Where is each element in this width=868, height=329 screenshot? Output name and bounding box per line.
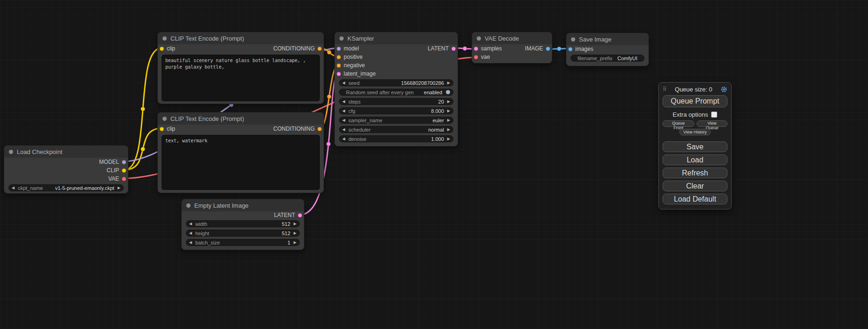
- widget-ckpt-name[interactable]: ◀ ckpt_name v1-5-pruned-emaonly.ckpt ▶: [8, 184, 124, 191]
- model-slot-dot[interactable]: [337, 47, 341, 51]
- increment-arrow-icon[interactable]: ▶: [447, 109, 450, 113]
- clip-slot-dot[interactable]: [160, 127, 164, 131]
- latent-slot-dot[interactable]: [337, 72, 341, 76]
- node-empty-latent-image[interactable]: Empty Latent Image LATENT ◀ width 512 ▶ …: [181, 199, 304, 250]
- decrement-arrow-icon[interactable]: ◀: [342, 81, 345, 85]
- toggle-knob-icon[interactable]: [446, 90, 450, 94]
- settings-gear-icon[interactable]: [720, 86, 727, 93]
- increment-arrow-icon[interactable]: ▶: [447, 128, 450, 132]
- vae-slot-dot[interactable]: [474, 55, 478, 59]
- widget-batch-size[interactable]: ◀ batch_size 1 ▶: [186, 239, 300, 246]
- clear-button[interactable]: Clear: [663, 181, 727, 191]
- prompt-textarea[interactable]: text, watermark: [162, 135, 320, 190]
- node-title-bar[interactable]: Empty Latent Image: [182, 199, 304, 211]
- node-title-bar[interactable]: Save Image: [566, 33, 649, 45]
- input-slot-clip[interactable]: clip: [158, 126, 175, 132]
- drag-handle-icon[interactable]: ⠿: [663, 86, 667, 92]
- node-ksampler[interactable]: KSampler model LATENT positive negative …: [334, 32, 458, 147]
- collapse-dot-icon[interactable]: [162, 117, 167, 121]
- increment-arrow-icon[interactable]: ▶: [294, 231, 296, 235]
- widget-denoise[interactable]: ◀ denoise 1.000 ▶: [339, 135, 453, 142]
- node-title-bar[interactable]: VAE Decode: [472, 32, 552, 44]
- decrement-arrow-icon[interactable]: ◀: [12, 186, 14, 190]
- widget-height[interactable]: ◀ height 512 ▶: [186, 230, 300, 237]
- decrement-arrow-icon[interactable]: ◀: [189, 241, 192, 245]
- latent-slot-dot[interactable]: [452, 47, 456, 51]
- increment-arrow-icon[interactable]: ▶: [294, 222, 296, 226]
- latent-slot-dot[interactable]: [474, 47, 478, 51]
- increment-arrow-icon[interactable]: ▶: [118, 186, 120, 190]
- clip-slot-dot[interactable]: [160, 47, 164, 51]
- widget-steps[interactable]: ◀ steps 20 ▶: [339, 98, 453, 105]
- load-button[interactable]: Load: [663, 154, 727, 165]
- image-slot-dot[interactable]: [546, 47, 550, 51]
- widget-random-seed-toggle[interactable]: Random seed after every gen enabled: [339, 89, 453, 96]
- increment-arrow-icon[interactable]: ▶: [447, 81, 450, 85]
- node-clip-text-encode-negative[interactable]: CLIP Text Encode (Prompt) clip CONDITION…: [157, 112, 324, 193]
- node-title-bar[interactable]: CLIP Text Encode (Prompt): [158, 112, 324, 125]
- save-button[interactable]: Save: [663, 141, 727, 152]
- output-slot-clip[interactable]: CLIP: [106, 167, 128, 174]
- input-slot-negative[interactable]: negative: [335, 62, 365, 69]
- conditioning-slot-dot[interactable]: [318, 127, 322, 131]
- node-title-bar[interactable]: Load Checkpoint: [4, 146, 128, 158]
- input-slot-latent-image[interactable]: latent_image: [335, 70, 376, 77]
- decrement-arrow-icon[interactable]: ◀: [342, 119, 345, 122]
- input-slot-model[interactable]: model: [335, 45, 359, 52]
- node-title-bar[interactable]: CLIP Text Encode (Prompt): [158, 32, 324, 44]
- conditioning-slot-dot[interactable]: [337, 63, 341, 68]
- node-save-image[interactable]: Save Image images filename_prefix ComfyU…: [566, 33, 649, 66]
- increment-arrow-icon[interactable]: ▶: [294, 241, 296, 245]
- decrement-arrow-icon[interactable]: ◀: [189, 231, 192, 235]
- input-slot-positive[interactable]: positive: [335, 54, 363, 60]
- widget-seed[interactable]: ◀ seed 156680208700286 ▶: [339, 79, 453, 86]
- clip-slot-dot[interactable]: [122, 168, 126, 173]
- decrement-arrow-icon[interactable]: ◀: [189, 222, 192, 226]
- conditioning-slot-dot[interactable]: [318, 47, 322, 51]
- increment-arrow-icon[interactable]: ▶: [447, 119, 450, 122]
- node-title-bar[interactable]: KSampler: [335, 32, 458, 44]
- conditioning-slot-dot[interactable]: [337, 55, 341, 59]
- collapse-dot-icon[interactable]: [162, 36, 167, 41]
- output-slot-conditioning[interactable]: CONDITIONING: [273, 126, 324, 132]
- widget-width[interactable]: ◀ width 512 ▶: [186, 220, 300, 227]
- collapse-dot-icon[interactable]: [571, 37, 575, 42]
- prompt-textarea[interactable]: beautiful scenery nature glass bottle la…: [162, 55, 320, 101]
- decrement-arrow-icon[interactable]: ◀: [342, 137, 345, 141]
- view-queue-button[interactable]: View Queue: [697, 120, 727, 127]
- latent-slot-dot[interactable]: [298, 213, 302, 217]
- node-vae-decode[interactable]: VAE Decode samples IMAGE vae: [472, 32, 552, 63]
- input-slot-samples[interactable]: samples: [472, 45, 502, 52]
- output-slot-image[interactable]: IMAGE: [525, 45, 552, 52]
- widget-filename-prefix[interactable]: filename_prefix ComfyUI: [571, 55, 644, 62]
- view-history-button[interactable]: View History: [679, 129, 711, 135]
- decrement-arrow-icon[interactable]: ◀: [342, 128, 345, 132]
- increment-arrow-icon[interactable]: ▶: [447, 100, 450, 104]
- collapse-dot-icon[interactable]: [9, 150, 13, 154]
- output-slot-latent[interactable]: LATENT: [274, 212, 304, 218]
- queue-prompt-button[interactable]: Queue Prompt: [663, 95, 727, 107]
- output-slot-conditioning[interactable]: CONDITIONING: [273, 45, 324, 52]
- decrement-arrow-icon[interactable]: ◀: [342, 109, 345, 113]
- load-default-button[interactable]: Load Default: [663, 194, 727, 204]
- node-clip-text-encode-positive[interactable]: CLIP Text Encode (Prompt) clip CONDITION…: [157, 32, 324, 104]
- vae-slot-dot[interactable]: [122, 177, 126, 181]
- collapse-dot-icon[interactable]: [339, 36, 344, 41]
- collapse-dot-icon[interactable]: [477, 36, 481, 41]
- refresh-button[interactable]: Refresh: [663, 168, 727, 178]
- output-slot-latent[interactable]: LATENT: [428, 45, 458, 52]
- input-slot-clip[interactable]: clip: [158, 45, 175, 52]
- output-slot-vae[interactable]: VAE: [108, 175, 128, 182]
- extra-options-checkbox[interactable]: [711, 112, 717, 118]
- widget-sampler-name[interactable]: ◀ sampler_name euler ▶: [339, 117, 453, 124]
- widget-cfg[interactable]: ◀ cfg 8.000 ▶: [339, 107, 453, 114]
- output-slot-model[interactable]: MODEL: [99, 159, 128, 165]
- increment-arrow-icon[interactable]: ▶: [447, 137, 450, 141]
- node-load-checkpoint[interactable]: Load Checkpoint MODEL CLIP VAE ◀ ckpt_na…: [4, 145, 128, 194]
- decrement-arrow-icon[interactable]: ◀: [342, 100, 345, 104]
- widget-scheduler[interactable]: ◀ scheduler normal ▶: [339, 126, 453, 133]
- collapse-dot-icon[interactable]: [186, 203, 191, 208]
- input-slot-vae[interactable]: vae: [472, 54, 490, 60]
- queue-front-button[interactable]: Queue Front: [663, 120, 694, 127]
- model-slot-dot[interactable]: [122, 160, 126, 164]
